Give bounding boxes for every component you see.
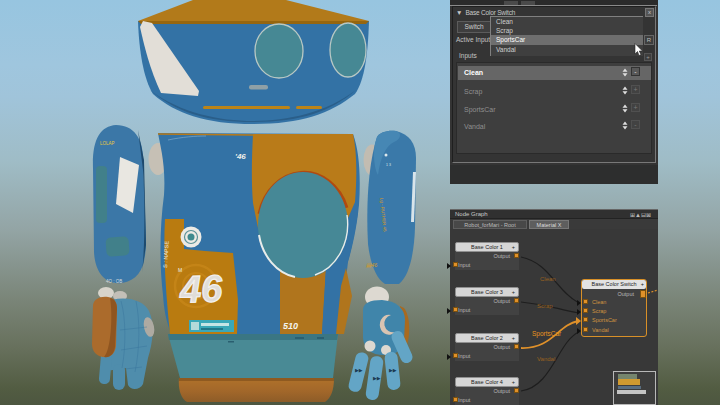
svg-text:▶▶: ▶▶ — [389, 367, 397, 373]
svg-text:▶▶: ▶▶ — [373, 375, 381, 381]
svg-text:510: 510 — [283, 321, 298, 331]
svg-text:▶▶: ▶▶ — [355, 367, 363, 373]
svg-text:Clean: Clean — [540, 276, 556, 282]
svg-text:'46: '46 — [235, 152, 246, 161]
svg-text:Vandal: Vandal — [537, 356, 555, 362]
svg-text:46: 46 — [178, 267, 224, 311]
svg-text:LOLAP: LOLAP — [100, 141, 115, 146]
svg-text:▤46: ▤46 — [366, 262, 378, 268]
svg-text:SportsCar: SportsCar — [532, 330, 562, 338]
svg-text:M: M — [178, 267, 182, 273]
svg-text:Scrap: Scrap — [537, 303, 553, 309]
svg-text:4O : OB: 4O : OB — [106, 279, 122, 284]
svg-text:1 3: 1 3 — [386, 163, 391, 167]
